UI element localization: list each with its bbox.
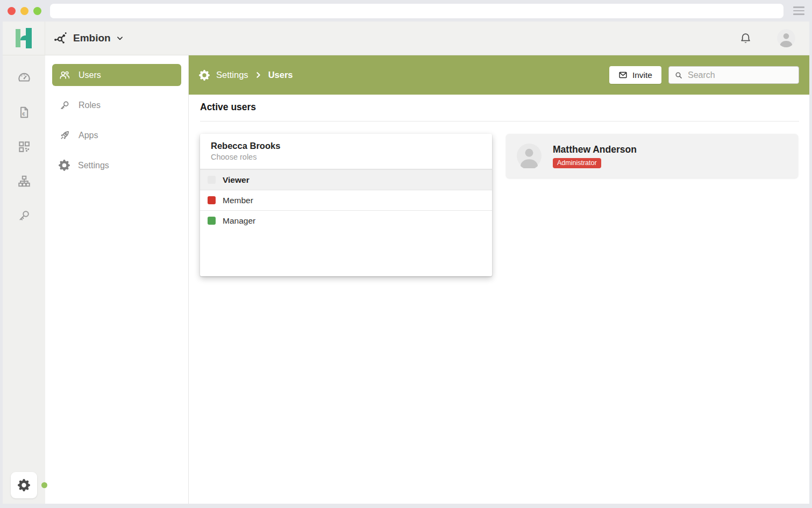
dashboard-gauge-icon[interactable] (17, 70, 32, 85)
sidebar-item-settings[interactable]: Settings (52, 154, 181, 176)
sidebar-item-label: Settings (78, 161, 109, 170)
user-card-name: Matthew Anderson (553, 144, 637, 155)
chevron-right-icon (255, 71, 262, 78)
logo-h-icon (14, 27, 33, 49)
organization-switcher[interactable]: Embion (53, 31, 124, 46)
sidebar-item-label: Apps (79, 131, 98, 140)
search-box (668, 66, 799, 84)
role-color-swatch (208, 196, 216, 204)
user-card-info: Matthew Anderson Administrator (553, 144, 637, 168)
search-input[interactable] (688, 70, 799, 80)
maximize-window-button[interactable] (33, 7, 41, 15)
role-option-manager[interactable]: Manager (200, 210, 492, 231)
page-title: Active users (200, 102, 799, 113)
page-content: Active users Rebecca Brooks Choose roles… (189, 95, 809, 276)
role-color-swatch (208, 217, 216, 225)
organization-name: Embion (73, 32, 111, 44)
sidebar-item-roles[interactable]: Roles (52, 94, 181, 116)
notifications-bell-icon[interactable] (739, 32, 752, 45)
cards-row: Rebecca Brooks Choose roles Viewer Membe… (200, 134, 799, 276)
role-dropdown-card: Rebecca Brooks Choose roles Viewer Membe… (200, 134, 492, 276)
role-dropdown-header: Rebecca Brooks Choose roles (200, 134, 492, 169)
breadcrumb: Settings Users (199, 70, 293, 81)
page-toolbar: Settings Users Invite (189, 55, 809, 95)
sidebar-item-label: Roles (79, 101, 101, 110)
apps-grid-icon[interactable] (17, 140, 31, 154)
role-option-viewer[interactable]: Viewer (200, 169, 492, 190)
sidebar-item-users[interactable]: Users (52, 64, 181, 86)
header-actions (739, 29, 809, 47)
invoice-euro-icon[interactable]: € (17, 105, 31, 119)
status-dot (41, 482, 47, 488)
close-window-button[interactable] (8, 7, 16, 15)
browser-menu-icon[interactable] (793, 6, 804, 15)
settings-sidenav: Users Roles (45, 55, 189, 504)
gear-icon (18, 479, 30, 491)
user-role-badge: Administrator (553, 158, 601, 168)
role-option-label: Manager (223, 216, 255, 226)
app-body: € (3, 55, 809, 504)
role-option-label: Member (223, 196, 253, 205)
sidebar-item-label: Users (79, 70, 101, 80)
chevron-down-icon (116, 34, 124, 42)
minimize-window-button[interactable] (20, 7, 29, 15)
envelope-icon (618, 70, 628, 80)
app-header: Embion (3, 22, 809, 55)
role-option-label: Viewer (223, 175, 250, 185)
user-card[interactable]: Matthew Anderson Administrator (506, 134, 798, 178)
role-dropdown-footer (200, 231, 492, 276)
key-icon (59, 99, 70, 111)
access-key-icon[interactable] (17, 209, 31, 223)
breadcrumb-settings[interactable]: Settings (216, 70, 248, 80)
url-bar[interactable] (50, 4, 783, 18)
main-panel: Settings Users Invite (189, 55, 809, 504)
icon-rail: € (3, 55, 45, 504)
role-dropdown-subtitle: Choose roles (211, 153, 481, 161)
invite-button[interactable]: Invite (609, 66, 661, 84)
rail-settings-button[interactable] (11, 472, 37, 498)
rocket-icon (59, 130, 70, 141)
gear-icon (199, 70, 210, 81)
role-option-member[interactable]: Member (200, 190, 492, 210)
sitemap-icon[interactable] (17, 174, 31, 188)
role-color-swatch (208, 176, 216, 184)
sidebar-item-apps[interactable]: Apps (52, 124, 181, 146)
app-window: Embion (3, 22, 809, 504)
user-avatar[interactable] (777, 29, 795, 47)
breadcrumb-users: Users (268, 70, 293, 80)
role-user-name: Rebecca Brooks (211, 141, 481, 151)
molecule-icon (53, 31, 68, 46)
app-logo[interactable] (3, 22, 45, 55)
divider (200, 121, 799, 121)
browser-chrome (0, 0, 812, 22)
svg-text:€: € (22, 111, 25, 117)
users-icon (59, 69, 70, 81)
window-controls (8, 7, 41, 15)
search-icon (674, 71, 683, 80)
invite-button-label: Invite (632, 70, 652, 80)
user-card-avatar (517, 144, 542, 168)
gear-icon (59, 160, 70, 171)
